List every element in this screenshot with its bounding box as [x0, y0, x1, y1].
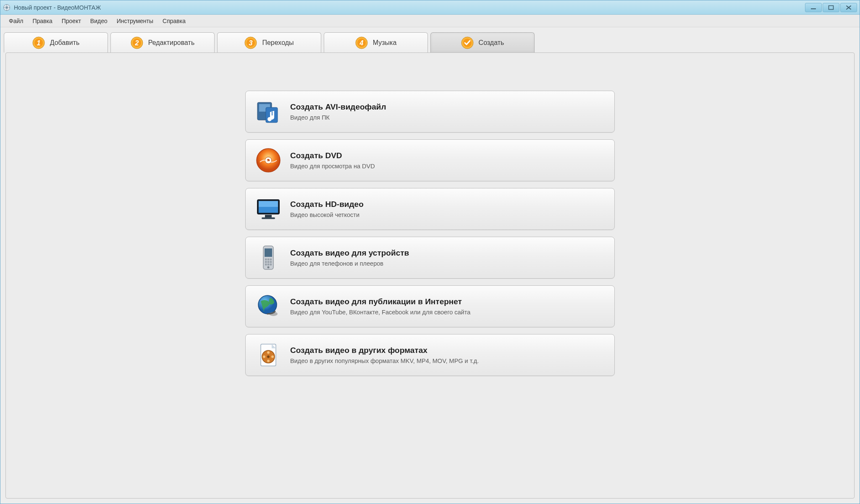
svg-point-3 — [6, 9, 7, 10]
option-text: Создать видео для устройств Видео для те… — [290, 248, 409, 267]
svg-rect-34 — [265, 248, 272, 257]
tab-label: Музыка — [373, 39, 397, 47]
option-desc: Видео для ПК — [290, 114, 386, 121]
option-text: Создать видео в других форматах Видео в … — [290, 346, 479, 364]
svg-rect-31 — [265, 215, 272, 217]
monitor-icon — [255, 196, 282, 222]
tab-music[interactable]: 4 Музыка — [324, 32, 428, 52]
tab-label: Добавить — [50, 39, 80, 47]
window-controls — [805, 3, 857, 12]
option-web[interactable]: Создать видео для публикации в Интернет … — [245, 285, 615, 327]
menu-project[interactable]: Проект — [58, 16, 85, 26]
option-title: Создать HD-видео — [290, 200, 364, 209]
option-title: Создать видео для публикации в Интернет — [290, 297, 470, 306]
option-desc: Видео для просмотра на DVD — [290, 163, 375, 170]
svg-rect-40 — [270, 261, 272, 263]
option-dvd[interactable]: Создать DVD Видео для просмотра на DVD — [245, 139, 615, 181]
option-hd[interactable]: Создать HD-видео Видео высокой четкости — [245, 188, 615, 230]
svg-rect-41 — [265, 264, 267, 266]
check-icon — [461, 37, 474, 49]
option-avi[interactable]: Создать AVI-видеофайл Видео для ПК — [245, 91, 615, 133]
svg-rect-35 — [265, 259, 267, 261]
svg-point-51 — [267, 360, 270, 362]
maximize-button[interactable] — [823, 3, 839, 12]
globe-icon — [255, 293, 282, 320]
option-text: Создать DVD Видео для просмотра на DVD — [290, 151, 375, 170]
workspace: Создать AVI-видеофайл Видео для ПК Созда… — [5, 52, 855, 499]
option-desc: Видео для телефонов и плееров — [290, 260, 409, 267]
svg-rect-39 — [267, 261, 270, 263]
svg-point-49 — [267, 355, 270, 358]
option-text: Создать видео для публикации в Интернет … — [290, 297, 470, 316]
option-title: Создать видео в других форматах — [290, 346, 479, 355]
option-text: Создать HD-видео Видео высокой четкости — [290, 200, 364, 218]
svg-point-2 — [6, 5, 7, 5]
svg-rect-38 — [265, 261, 267, 263]
svg-point-52 — [263, 355, 265, 358]
close-button[interactable] — [840, 3, 857, 12]
tabstrip: 1 Добавить 2 Редактировать 3 Переходы 4 … — [0, 27, 860, 52]
minimize-button[interactable] — [805, 3, 822, 12]
svg-rect-30 — [259, 201, 278, 207]
svg-rect-42 — [267, 264, 270, 266]
option-title: Создать DVD — [290, 151, 375, 160]
svg-point-1 — [5, 6, 8, 9]
tab-label: Редактировать — [148, 39, 195, 47]
menu-file[interactable]: Файл — [5, 16, 27, 26]
svg-point-44 — [267, 266, 270, 269]
step4-icon: 4 — [355, 37, 368, 49]
svg-text:3: 3 — [249, 39, 253, 47]
dvd-disc-icon — [255, 147, 282, 174]
svg-point-50 — [267, 351, 270, 354]
tab-transitions[interactable]: 3 Переходы — [217, 32, 321, 52]
titlebar: Новый проект - ВидеоМОНТАЖ — [0, 0, 860, 15]
option-title: Создать видео для устройств — [290, 248, 409, 258]
menu-help[interactable]: Справка — [158, 16, 190, 26]
option-other-formats[interactable]: Создать видео в других форматах Видео в … — [245, 334, 615, 376]
menu-video[interactable]: Видео — [86, 16, 112, 26]
option-desc: Видео для YouTube, ВКонтакте, Facebook и… — [290, 309, 470, 316]
svg-point-5 — [9, 7, 10, 8]
menu-tools[interactable]: Инструменты — [113, 16, 157, 26]
step3-icon: 3 — [244, 37, 257, 49]
app-icon — [3, 4, 10, 11]
svg-rect-43 — [270, 264, 272, 266]
svg-point-4 — [4, 7, 5, 8]
svg-text:4: 4 — [359, 39, 363, 47]
tab-create[interactable]: Создать — [430, 32, 535, 52]
tab-label: Создать — [479, 39, 504, 47]
phone-icon — [255, 244, 282, 271]
avi-file-icon — [255, 98, 282, 125]
option-desc: Видео в других популярных форматах MKV, … — [290, 358, 479, 364]
option-text: Создать AVI-видеофайл Видео для ПК — [290, 102, 386, 121]
step2-icon: 2 — [131, 37, 143, 49]
step1-icon: 1 — [32, 37, 45, 49]
svg-rect-7 — [829, 5, 834, 9]
option-title: Создать AVI-видеофайл — [290, 102, 386, 112]
svg-rect-36 — [267, 259, 270, 261]
svg-text:2: 2 — [134, 39, 139, 47]
menu-edit[interactable]: Правка — [28, 16, 56, 26]
window-title: Новый проект - ВидеоМОНТАЖ — [14, 4, 805, 11]
tab-add[interactable]: 1 Добавить — [4, 32, 108, 52]
svg-rect-6 — [811, 8, 816, 9]
svg-rect-37 — [270, 259, 272, 261]
svg-point-53 — [271, 355, 274, 358]
tab-edit[interactable]: 2 Редактировать — [110, 32, 215, 52]
option-devices[interactable]: Создать видео для устройств Видео для те… — [245, 237, 615, 279]
menubar: Файл Правка Проект Видео Инструменты Спр… — [0, 15, 860, 27]
app-window: Новый проект - ВидеоМОНТАЖ Файл Правка П… — [0, 0, 860, 504]
tab-label: Переходы — [262, 39, 294, 47]
svg-text:1: 1 — [37, 39, 40, 47]
film-reel-icon — [255, 342, 282, 368]
svg-rect-32 — [262, 217, 275, 219]
option-desc: Видео высокой четкости — [290, 212, 364, 218]
